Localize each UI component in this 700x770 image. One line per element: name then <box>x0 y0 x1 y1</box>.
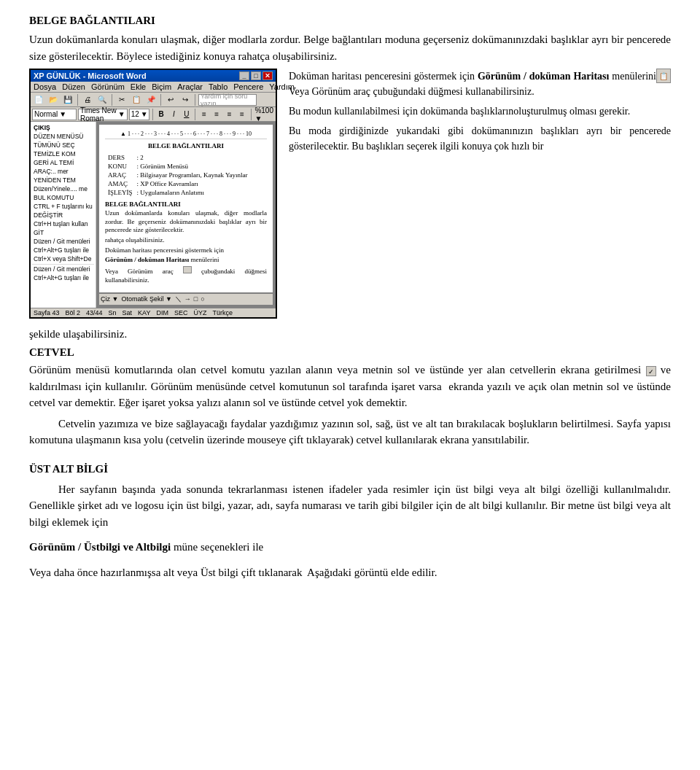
cetvel-section: CETVEL Görünüm menüsü komutlarında olan … <box>29 346 671 448</box>
toolbar2-sep2 <box>195 109 195 120</box>
word-main-area: ▲ 1 · · · 2 · · · 3 · · · 4 · · · 5 · · … <box>96 122 276 308</box>
font-value: Times New Roman <box>80 106 117 122</box>
page-sub-heading: BELGE BAĞLANTILARI <box>105 142 267 149</box>
left-panel-item-8[interactable]: BUL KOMUTU <box>32 193 94 202</box>
menu-dosya[interactable]: Dosya <box>34 82 56 91</box>
ust-alt-para1: Her sayfanın başında yada sonunda tekrar… <box>29 481 671 531</box>
underline-button[interactable]: U <box>181 109 192 120</box>
goruntum-line1: Görünüm / Üstbilgi ve Altbilgi müne seçe… <box>29 539 671 556</box>
redo-button[interactable]: ↪ <box>179 94 192 106</box>
page-belge-para1: Uzun dokümanlarda konuları ulaşmak, diğe… <box>105 209 267 235</box>
undo-button[interactable]: ↩ <box>164 94 177 106</box>
bold-button[interactable]: B <box>155 109 166 120</box>
close-button[interactable]: ✕ <box>262 71 273 80</box>
word-menubar: Dosya Düzen Görünüm Ekle Biçim Araçlar T… <box>31 82 276 93</box>
left-panel-item-11[interactable]: Ctrl+H tuşları kullan <box>32 219 94 228</box>
search-field-label: Yardım için soru yazın <box>201 93 254 107</box>
rect-btn[interactable]: □ <box>194 295 198 303</box>
bottom-toolbar: Çiz ▼ Otomatik Şekil ▼ ＼ → □ ○ <box>99 294 273 305</box>
left-panel-section1: Düzen / Git menüleri <box>32 264 94 273</box>
menu-araclar[interactable]: Araçlar <box>177 82 203 91</box>
status-uyz: ÜYZ <box>193 309 206 316</box>
align-right-button[interactable]: ≡ <box>224 109 235 120</box>
left-panel-item-1[interactable]: DÜZEN MENÜSÜ <box>32 132 94 141</box>
after-two-col-text: şekilde ulaşabilirsiniz. <box>29 326 671 343</box>
word-left-panel: ÇIKIŞ DÜZEN MENÜSÜ TÜMÜNÜ SEÇ TEMİZLE KO… <box>31 122 96 308</box>
page-belge-heading: BELGE BAĞLANTILARI <box>105 201 267 208</box>
menu-tablo[interactable]: Tablo <box>209 82 228 91</box>
align-center-button[interactable]: ≡ <box>211 109 222 120</box>
status-bol: Böl 2 <box>66 309 81 316</box>
align-left-button[interactable]: ≡ <box>198 109 209 120</box>
left-panel-item-12[interactable]: GİT <box>32 228 94 237</box>
left-panel-item-9[interactable]: CTRL + F tuşlarını ku <box>32 202 94 211</box>
word-window: XP GÜNLÜK - Microsoft Word _ □ ✕ Dosya D… <box>29 69 277 319</box>
draw-label: Çiz ▼ <box>101 295 118 303</box>
page-belge-para2: rahatça oluşabilirsiniz. <box>105 236 267 245</box>
left-panel-item-13[interactable]: Düzen / Git menüleri <box>32 237 94 246</box>
save-button[interactable]: 💾 <box>61 94 74 106</box>
arac-label: ARAÇ <box>108 171 126 179</box>
menu-bicim[interactable]: Biçim <box>152 82 171 91</box>
left-panel-item-14[interactable]: Ctrl+Alt+G tuşları ile <box>32 246 94 254</box>
ders-table: DERS : 2 KONU : Görünüm Menüsü ARAÇ : Bi… <box>105 152 250 198</box>
oval-btn[interactable]: ○ <box>201 295 204 303</box>
left-panel-item-2[interactable]: TÜMÜNÜ SEÇ <box>32 141 94 149</box>
arrow-btn[interactable]: → <box>184 295 191 303</box>
line-btn[interactable]: ＼ <box>175 295 182 304</box>
toolbar2-sep1 <box>152 109 153 120</box>
search-field[interactable]: Yardım için soru yazın <box>198 94 257 106</box>
print-button[interactable]: 🖨 <box>81 94 94 106</box>
font-dropdown[interactable]: Times New Roman ▼ <box>78 109 128 120</box>
menu-ekle[interactable]: Ekle <box>131 82 146 91</box>
left-panel-item-7[interactable]: Düzen/Yinele.... me <box>32 184 94 193</box>
page-belge-para5: Veya Görünüm araç çubuğundaki düğmesi ku… <box>105 266 267 284</box>
toolbar-sep3 <box>160 94 161 106</box>
status-dim: DIM <box>156 309 168 316</box>
menu-pencere[interactable]: Pencere <box>233 82 263 91</box>
menu-duzen[interactable]: Düzen <box>62 82 85 91</box>
goruntum-bold: Görünüm / Üstbilgi ve Altbilgi <box>29 541 171 553</box>
left-panel-item-0[interactable]: ÇIKIŞ <box>32 123 94 132</box>
minimize-button[interactable]: _ <box>239 71 249 80</box>
left-panel-item-3[interactable]: TEMİZLE KOM <box>32 149 94 158</box>
checkmark-icon: ✓ <box>646 366 656 376</box>
side-icon[interactable]: 📋 <box>656 69 671 83</box>
paste-button[interactable]: 📌 <box>144 94 158 106</box>
menu-goruntum[interactable]: Görünüm <box>91 82 125 91</box>
size-dropdown[interactable]: 12 ▼ <box>129 109 149 120</box>
size-chevron: ▼ <box>141 110 148 118</box>
left-panel-item-5[interactable]: ARAÇ:.. mer <box>32 167 94 176</box>
word-title: XP GÜNLÜK - Microsoft Word <box>34 71 147 80</box>
percent-button: %100 ▼ <box>254 109 274 120</box>
justify-button[interactable]: ≡ <box>236 109 247 120</box>
italic-button[interactable]: I <box>168 109 179 120</box>
status-sayfa: Sayfa 43 <box>34 309 60 316</box>
left-panel-item-4[interactable]: GERİ AL TEMİ <box>32 158 94 167</box>
left-panel-item-16[interactable]: Ctrl+Alt+G tuşları ile <box>32 273 94 282</box>
left-panel-item-15[interactable]: Ctrl+X veya Shift+De <box>32 254 94 263</box>
toolbar2-sep3 <box>251 109 252 120</box>
cut-button[interactable]: ✂ <box>115 94 128 106</box>
page-content: BELGE BAĞLANTILARI Uzun dokümanlarda kon… <box>29 15 671 580</box>
isleyis-label: İŞLEYİŞ <box>108 189 133 196</box>
intro-para: Uzun dokümanlarda konuları ulaşmak, diğe… <box>29 31 671 64</box>
new-button[interactable]: 📄 <box>32 94 45 106</box>
autoshape-label: Otomatik Şekil ▼ <box>121 295 171 303</box>
left-panel-item-10[interactable]: DEĞİŞTİR <box>32 211 94 219</box>
left-panel-item-6[interactable]: YENİDEN TEM <box>32 176 94 184</box>
konu-value: : Görünüm Menüsü <box>137 163 189 170</box>
preview-button[interactable]: 🔍 <box>96 94 109 106</box>
word-page: ▲ 1 · · · 2 · · · 3 · · · 4 · · · 5 · · … <box>99 125 273 292</box>
size-value: 12 <box>131 110 139 118</box>
side-para1: Doküman haritası penceresini göstermek i… <box>289 69 671 99</box>
open-button[interactable]: 📂 <box>47 94 60 106</box>
style-dropdown[interactable]: Normal ▼ <box>32 109 77 120</box>
word-body: ÇIKIŞ DÜZEN MENÜSÜ TÜMÜNÜ SEÇ TEMİZLE KO… <box>31 122 276 308</box>
screenshot-col: XP GÜNLÜK - Microsoft Word _ □ ✕ Dosya D… <box>29 69 277 319</box>
isleyis-value: : Uygulamaların Anlatımı <box>137 189 204 196</box>
status-lang: Türkçe <box>212 309 233 316</box>
ust-alt-section: ÜST ALT BİLGİ Her sayfanın başında yada … <box>29 463 671 581</box>
copy-button[interactable]: 📋 <box>130 94 143 106</box>
maximize-button[interactable]: □ <box>251 71 261 80</box>
